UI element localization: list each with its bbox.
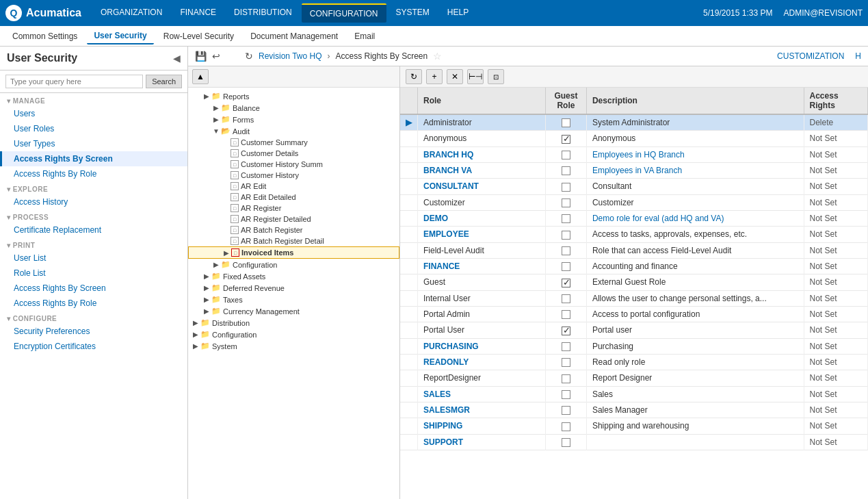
sidebar-collapse-icon[interactable]: ◀ bbox=[173, 53, 181, 64]
col-description[interactable]: Description bbox=[586, 88, 804, 114]
role-cell[interactable]: DEMO bbox=[418, 210, 546, 226]
refresh-icon[interactable]: ↻ bbox=[245, 51, 253, 62]
tree-item-ar-register[interactable]: □ AR Register bbox=[188, 203, 399, 214]
sub-nav-document-management[interactable]: Document Management bbox=[244, 29, 345, 44]
tree-item-audit[interactable]: ▼ 📂 Audit bbox=[188, 125, 399, 137]
tree-item-deferred-revenue[interactable]: ▶ 📁 Deferred Revenue bbox=[188, 282, 399, 294]
tree-item-distribution[interactable]: ▶ 📁 Distribution bbox=[188, 317, 399, 329]
tree-item-ar-batch-register[interactable]: □ AR Batch Register bbox=[188, 225, 399, 235]
expand-configuration[interactable]: ▶ bbox=[211, 261, 221, 268]
table-row[interactable]: SALES Sales Not Set bbox=[400, 386, 868, 402]
role-cell[interactable]: Administrator bbox=[418, 114, 546, 131]
customization-link[interactable]: CUSTOMIZATION bbox=[777, 51, 844, 61]
tree-item-forms[interactable]: ▶ 📁 Forms bbox=[188, 114, 399, 125]
role-cell[interactable]: Guest bbox=[418, 274, 546, 290]
expand-audit[interactable]: ▼ bbox=[211, 127, 221, 135]
tree-item-customer-details[interactable]: □ Customer Details bbox=[188, 148, 399, 159]
guest-role-cell[interactable] bbox=[545, 290, 586, 306]
toolbar-delete-btn[interactable]: ✕ bbox=[447, 69, 463, 84]
table-row[interactable]: SUPPORT Not Set bbox=[400, 434, 868, 450]
role-cell[interactable]: SUPPORT bbox=[418, 434, 546, 450]
table-row[interactable]: Field-Level Audit Role that can access F… bbox=[400, 242, 868, 258]
guest-role-cell[interactable] bbox=[545, 258, 586, 274]
tree-item-ar-edit-detailed[interactable]: □ AR Edit Detailed bbox=[188, 192, 399, 203]
role-cell[interactable]: SHIPPING bbox=[418, 418, 546, 434]
table-row[interactable]: DEMO Demo role for eval (add HQ and VA) … bbox=[400, 210, 868, 226]
sidebar-item-security-preferences[interactable]: Security Preferences bbox=[0, 324, 187, 339]
tree-item-ar-register-detailed[interactable]: □ AR Register Detailed bbox=[188, 214, 399, 225]
expand-configuration-root[interactable]: ▶ bbox=[191, 331, 200, 338]
tree-scroll-up[interactable]: ▲ bbox=[192, 69, 209, 84]
sidebar-item-print-access-by-screen[interactable]: Access Rights By Screen bbox=[0, 281, 187, 296]
tree-item-system[interactable]: ▶ 📁 System bbox=[188, 340, 399, 352]
role-cell[interactable]: Field-Level Audit bbox=[418, 242, 546, 258]
sidebar-item-encryption-certificates[interactable]: Encryption Certificates bbox=[0, 339, 187, 354]
guest-role-cell[interactable]: ✓ bbox=[545, 131, 586, 146]
sidebar-item-users[interactable]: Users bbox=[0, 106, 187, 121]
role-cell[interactable]: FINANCE bbox=[418, 258, 546, 274]
tree-item-customer-history-summ[interactable]: □ Customer History Summ bbox=[188, 159, 399, 170]
favorite-icon[interactable]: ☆ bbox=[433, 51, 442, 62]
save-icon[interactable]: 💾 bbox=[195, 51, 207, 62]
guest-role-cell[interactable] bbox=[545, 418, 586, 434]
nav-item-organization[interactable]: ORGANIZATION bbox=[92, 3, 170, 23]
tree-item-invoiced-items[interactable]: ▶ □ Invoiced Items ➜ bbox=[188, 246, 399, 259]
expand-taxes[interactable]: ▶ bbox=[202, 296, 211, 303]
guest-role-cell[interactable] bbox=[545, 370, 586, 386]
role-cell[interactable]: Internal User bbox=[418, 290, 546, 306]
table-row[interactable]: Portal Admin Access to portal configurat… bbox=[400, 306, 868, 322]
undo-icon[interactable]: ↩ bbox=[212, 51, 220, 62]
sidebar-item-access-rights-by-screen[interactable]: Access Rights By Screen bbox=[0, 151, 187, 166]
role-cell[interactable]: CONSULTANT bbox=[418, 179, 546, 194]
toolbar-fit-btn[interactable]: ⊢⊣ bbox=[467, 69, 484, 84]
expand-reports[interactable]: ▶ bbox=[202, 92, 211, 100]
tree-item-customer-history[interactable]: □ Customer History bbox=[188, 170, 399, 181]
tree-item-taxes[interactable]: ▶ 📁 Taxes bbox=[188, 294, 399, 305]
guest-role-cell[interactable] bbox=[545, 242, 586, 258]
guest-role-cell[interactable] bbox=[545, 146, 586, 162]
table-row[interactable]: CONSULTANT Consultant Not Set bbox=[400, 179, 868, 194]
role-cell[interactable]: ReportDesigner bbox=[418, 370, 546, 386]
table-row[interactable]: Customizer Customizer Not Set bbox=[400, 194, 868, 210]
table-row[interactable]: BRANCH VA Employees in VA Branch Not Set bbox=[400, 162, 868, 178]
tree-item-configuration-root[interactable]: ▶ 📁 Configuration bbox=[188, 329, 399, 340]
sidebar-item-user-roles[interactable]: User Roles bbox=[0, 121, 187, 136]
tree-item-reports[interactable]: ▶ 📁 Reports bbox=[188, 90, 399, 102]
role-cell[interactable]: SALES bbox=[418, 386, 546, 402]
guest-role-cell[interactable]: ✓ bbox=[545, 274, 586, 290]
expand-system[interactable]: ▶ bbox=[191, 342, 200, 350]
search-input[interactable] bbox=[5, 75, 143, 88]
guest-role-cell[interactable] bbox=[545, 210, 586, 226]
expand-forms[interactable]: ▶ bbox=[211, 116, 221, 123]
table-row[interactable]: BRANCH HQ Employees in HQ Branch Not Set bbox=[400, 146, 868, 162]
nav-item-configuration[interactable]: CONFIGURATION bbox=[302, 3, 386, 23]
table-row[interactable]: Internal User Allows the user to change … bbox=[400, 290, 868, 306]
role-cell[interactable]: EMPLOYEE bbox=[418, 227, 546, 242]
sub-nav-user-security[interactable]: User Security bbox=[87, 28, 153, 44]
guest-role-cell[interactable] bbox=[545, 114, 586, 131]
guest-role-cell[interactable] bbox=[545, 179, 586, 194]
toolbar-add-btn[interactable]: + bbox=[426, 69, 443, 84]
guest-role-cell[interactable] bbox=[545, 434, 586, 450]
table-row[interactable]: PURCHASING Purchasing Not Set bbox=[400, 338, 868, 354]
table-row[interactable]: ReportDesigner Report Designer Not Set bbox=[400, 370, 868, 386]
role-cell[interactable]: Portal User bbox=[418, 322, 546, 338]
role-cell[interactable]: SALESMGR bbox=[418, 402, 546, 418]
tree-item-balance[interactable]: ▶ 📁 Balance bbox=[188, 102, 399, 114]
guest-role-cell[interactable] bbox=[545, 338, 586, 354]
sub-nav-common-settings[interactable]: Common Settings bbox=[5, 29, 84, 44]
col-access-rights[interactable]: AccessRights bbox=[804, 88, 867, 114]
breadcrumb-company[interactable]: Revision Two HQ bbox=[259, 51, 321, 61]
expand-fixed-assets[interactable]: ▶ bbox=[202, 272, 211, 280]
table-row[interactable]: SHIPPING Shipping and warehousing Not Se… bbox=[400, 418, 868, 434]
role-cell[interactable]: PURCHASING bbox=[418, 338, 546, 354]
role-cell[interactable]: Portal Admin bbox=[418, 306, 546, 322]
logo[interactable]: Q Acumatica bbox=[5, 5, 81, 21]
tree-item-configuration[interactable]: ▶ 📁 Configuration bbox=[188, 259, 399, 270]
toolbar-refresh-btn[interactable]: ↻ bbox=[406, 69, 422, 84]
help-link[interactable]: H bbox=[855, 51, 861, 61]
sidebar-item-certificate-replacement[interactable]: Certificate Replacement bbox=[0, 222, 187, 238]
nav-item-finance[interactable]: FINANCE bbox=[172, 3, 224, 23]
guest-role-cell[interactable] bbox=[545, 227, 586, 242]
nav-item-distribution[interactable]: DISTRIBUTION bbox=[226, 3, 300, 23]
